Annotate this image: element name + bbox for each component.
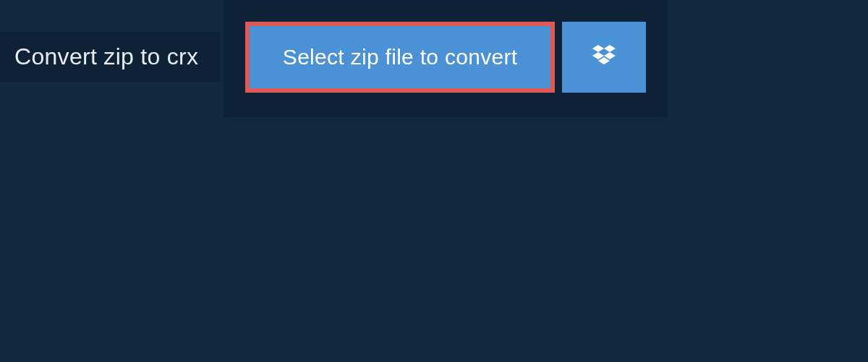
- select-file-label: Select zip file to convert: [283, 45, 518, 70]
- tab-header: Convert zip to crx: [0, 32, 220, 82]
- dropbox-icon: [590, 42, 618, 73]
- select-file-button[interactable]: Select zip file to convert: [245, 22, 556, 93]
- upload-panel: Select zip file to convert: [224, 0, 668, 117]
- page-title: Convert zip to crx: [14, 43, 198, 70]
- button-row: Select zip file to convert: [245, 22, 647, 93]
- dropbox-button[interactable]: [562, 22, 646, 93]
